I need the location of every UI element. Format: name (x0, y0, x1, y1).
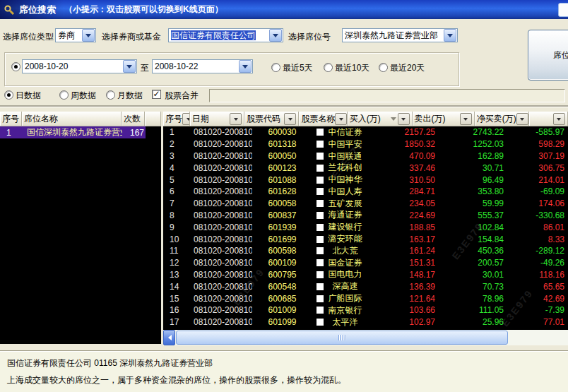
stock-name: 中信证券 (326, 126, 364, 138)
row-checkbox[interactable] (316, 165, 324, 172)
date-from-combo[interactable]: 2008-10-20 (22, 59, 137, 73)
stock-row[interactable]: 17081020-200810601099太平洋102.9725.9677.01 (163, 316, 568, 328)
left-header-col-seat-name[interactable]: 席位名称 (22, 112, 122, 126)
seat-type-combo[interactable]: 券商 (55, 28, 96, 42)
stock-name: 北大荒 (326, 245, 364, 257)
cell-sell num: 30.01 (437, 270, 505, 280)
cell-buy num: 1850.32 (365, 139, 437, 149)
header-dropdown-icon[interactable] (398, 113, 410, 125)
header-dropdown-icon[interactable] (460, 113, 472, 125)
date-to-combo[interactable]: 2008-10-22 (152, 59, 253, 73)
chevron-down-icon[interactable] (239, 60, 252, 73)
cell-no: 4 (163, 163, 192, 173)
right-header-col-date[interactable]: 日期 (190, 112, 244, 126)
right-header-col-sell[interactable]: 卖出(万) (413, 112, 475, 126)
recent-10-label: 最近10天 (335, 62, 369, 74)
daily-data-radio[interactable] (4, 90, 13, 100)
weekly-data-radio[interactable] (59, 90, 69, 100)
right-header-col-name[interactable]: 股票名称 (299, 112, 347, 126)
date-range-radio[interactable] (11, 62, 20, 71)
right-header-col-code[interactable]: 股票代码 (244, 112, 299, 126)
row-checkbox[interactable] (316, 141, 324, 148)
stock-row[interactable]: 10081020-200810601699潞安环能163.17154.848.3… (163, 233, 568, 245)
left-header-col-no[interactable]: 序号 (0, 112, 22, 126)
right-header-col-no[interactable]: 序号 (163, 112, 190, 126)
cell-net num: 174.06 (505, 198, 565, 208)
stock-row[interactable]: 4081020-200810600123兰花科创337.4630.71306.7… (163, 162, 568, 174)
right-header-col-next-clipped[interactable] (529, 112, 568, 126)
broker-combo[interactable]: 国信证券有限责任公司 (168, 28, 283, 42)
stock-row[interactable]: 2081020-200810601318中国平安1850.321252.0359… (163, 138, 568, 150)
cell-net num: 86.01 (505, 222, 565, 232)
chevron-down-icon[interactable] (82, 29, 95, 42)
stock-row[interactable]: 11081020-200810600598北大荒161.24450.36-289… (163, 245, 568, 257)
header-dropdown-icon[interactable] (284, 113, 296, 125)
stock-row[interactable]: 13081020-200810600795国电电力148.1730.01118.… (163, 269, 568, 281)
chevron-down-icon[interactable] (269, 29, 282, 42)
cell-date: 081020-200810 (192, 294, 252, 304)
row-checkbox[interactable] (316, 247, 324, 254)
row-checkbox[interactable] (316, 283, 324, 290)
stock-merge-label: 股票合并 (165, 90, 199, 102)
chevron-down-icon[interactable] (444, 29, 456, 42)
window-control-fragment[interactable] (558, 3, 568, 17)
row-checkbox[interactable] (316, 177, 324, 184)
row-checkbox[interactable] (316, 271, 324, 278)
separator-line (0, 105, 568, 107)
seat-number-combo[interactable]: 深圳泰然九路证券营业部 (342, 28, 458, 42)
recent-20-radio[interactable] (379, 63, 388, 72)
cell-name: 中国人寿 (312, 186, 365, 198)
cell-name: 北大荒 (312, 245, 365, 257)
cell-sell num: 59.99 (437, 198, 505, 208)
page-title: 席位搜索 (19, 4, 56, 16)
header-dropdown-icon[interactable] (182, 113, 190, 125)
cell-date: 081020-200810 (192, 127, 252, 137)
row-checkbox[interactable] (316, 236, 324, 243)
row-checkbox[interactable] (316, 224, 324, 231)
stock-row[interactable]: 16081020-200810601009南京银行103.66111.05-7.… (163, 304, 568, 316)
seat-search-button[interactable]: 席位搜索 (528, 30, 568, 81)
stock-table-header: 序号日期股票代码股票名称买入(万)卖出(万)净买卖(万) (163, 112, 568, 126)
row-checkbox[interactable] (316, 295, 324, 302)
recent-10-radio[interactable] (324, 63, 333, 72)
header-dropdown-icon[interactable] (516, 113, 528, 125)
stock-row[interactable]: 14081020-200810600548深高速136.3970.7365.65 (163, 280, 568, 292)
cell-code: 601099 (252, 317, 312, 327)
cell-net num: 307.19 (505, 151, 565, 161)
monthly-data-radio[interactable] (106, 90, 115, 100)
row-checkbox[interactable] (316, 129, 324, 136)
right-header-col-net[interactable]: 净买卖(万) (475, 112, 529, 126)
stock-row[interactable]: 7081020-200810600058五矿发展234.0559.99174.0… (163, 198, 568, 210)
row-checkbox[interactable] (316, 259, 324, 266)
cell-code: 600795 (252, 270, 312, 280)
row-checkbox[interactable] (316, 188, 324, 195)
stock-row[interactable]: 3081020-200810600050中国联通470.09162.89307.… (163, 150, 568, 162)
row-checkbox[interactable] (316, 153, 324, 160)
header-dropdown-icon[interactable] (230, 113, 242, 125)
stock-row[interactable]: 6081020-200810601628中国人寿284.71353.80-69.… (163, 186, 568, 198)
stock-row[interactable]: 5081020-200810601088中国神华310.5096.49214.0… (163, 174, 568, 186)
row-checkbox[interactable] (316, 200, 324, 207)
cell-code: 600598 (252, 246, 312, 256)
chevron-down-icon[interactable] (123, 60, 136, 73)
stock-row[interactable]: 1081020-200810600030中信证券2157.252743.22-5… (163, 126, 568, 138)
left-header-col-count[interactable]: 次数 (122, 112, 145, 126)
cell-date: 081020-200810 (192, 282, 252, 292)
recent-5-radio[interactable] (271, 63, 280, 72)
stock-row[interactable]: 9081020-200810601939建设银行188.85102.8486.0… (163, 221, 568, 233)
seat-row-selected[interactable]: 1 国信深圳泰然九路证券营业 167 (0, 126, 146, 138)
scroll-left-arrow-icon[interactable] (163, 330, 175, 345)
row-checkbox[interactable] (316, 319, 324, 326)
stock-row[interactable]: 12081020-200810600109国金证券151.31200.57-49… (163, 257, 568, 269)
stock-row[interactable]: 8081020-200810600837海通证券224.69555.37-330… (163, 210, 568, 222)
horizontal-scrollbar[interactable] (163, 330, 568, 345)
header-dropdown-icon[interactable] (335, 113, 347, 125)
weekly-data-label: 周数据 (71, 90, 96, 102)
scrollbar-thumb[interactable] (176, 331, 508, 345)
stock-merge-checkbox[interactable]: ✓ (152, 90, 161, 99)
row-checkbox[interactable] (316, 212, 324, 219)
right-header-col-buy[interactable]: 买入(万) (348, 112, 413, 126)
header-dropdown-icon[interactable] (553, 113, 565, 125)
row-checkbox[interactable] (316, 307, 324, 314)
stock-row[interactable]: 15081020-200810600685广船国际121.6478.9642.6… (163, 292, 568, 304)
